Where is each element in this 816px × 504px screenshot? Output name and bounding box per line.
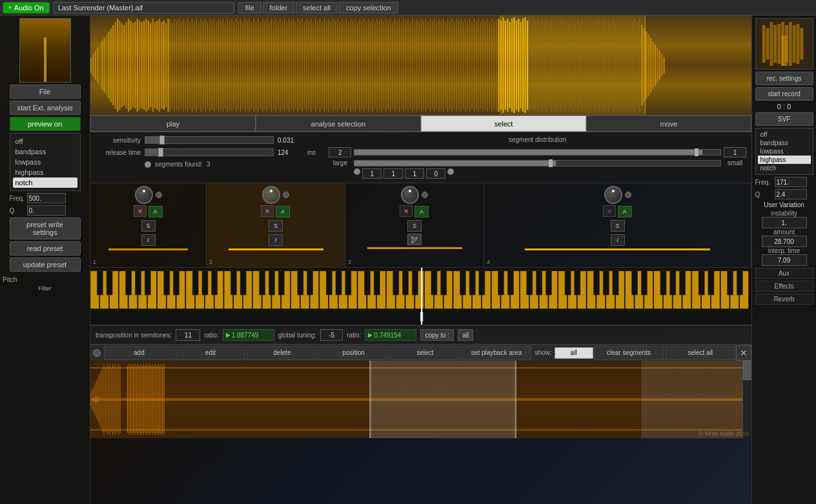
svg-rect-430 — [155, 364, 156, 435]
seg3-a-button[interactable]: A — [414, 206, 429, 217]
seg2-knob[interactable] — [262, 186, 280, 204]
effects-button[interactable]: Effects — [755, 281, 813, 292]
svf-button[interactable]: SVF — [755, 112, 813, 126]
filter-highpass[interactable]: highpass — [13, 167, 77, 177]
seg3-knob-small[interactable] — [422, 192, 428, 198]
seg4-knob[interactable] — [604, 186, 622, 204]
svg-rect-260 — [639, 19, 640, 112]
amount-input[interactable] — [762, 236, 807, 247]
start-record-button[interactable]: start record — [755, 87, 813, 101]
show-input[interactable] — [555, 347, 593, 359]
seg2-x-button[interactable]: ✕ — [261, 205, 274, 217]
seg-num-2[interactable] — [383, 168, 403, 179]
right-filter-off[interactable]: off — [758, 130, 811, 139]
right-freq-input[interactable] — [775, 177, 807, 187]
seg4-a-button[interactable]: A — [618, 206, 632, 217]
seg1-a-button[interactable]: A — [148, 206, 163, 217]
seg2-i-button[interactable]: I — [269, 234, 283, 246]
rec-settings-button[interactable]: rec. settings — [755, 72, 813, 85]
clear-segments-button[interactable]: clear segments — [594, 346, 664, 360]
filter-notch[interactable]: notch — [13, 177, 77, 188]
release-slider[interactable] — [145, 148, 274, 156]
analyse-selection-button[interactable]: analyse selection — [256, 116, 421, 132]
seg1-knob-small[interactable] — [156, 192, 162, 198]
filter-bandpass[interactable]: bandpass — [13, 146, 77, 157]
seg-num-4[interactable] — [426, 168, 445, 179]
delete-button[interactable]: delete — [247, 346, 317, 360]
svg-rect-215 — [540, 22, 540, 108]
ratio-display: ▶ 1.887749 — [223, 329, 274, 341]
preview-button[interactable]: preview on — [10, 117, 81, 131]
folder-button[interactable]: folder — [263, 2, 295, 14]
close-bottom-button[interactable]: ✕ — [736, 345, 751, 361]
seg3-s-button[interactable]: S — [407, 220, 422, 232]
seg-num-1[interactable] — [362, 168, 382, 179]
all-button[interactable]: all — [458, 329, 473, 341]
file-button[interactable]: File — [10, 85, 81, 99]
right-filter-bandpass[interactable]: bandpass — [758, 139, 811, 147]
audio-on-button[interactable]: Audio On — [3, 2, 50, 14]
seg-small-input[interactable] — [724, 147, 746, 157]
interp-time-input[interactable] — [762, 254, 807, 266]
read-preset-button[interactable]: read preset — [10, 241, 81, 256]
q-input[interactable] — [27, 205, 66, 216]
seg4-s-button[interactable]: S — [611, 220, 625, 232]
move-button[interactable]: move — [586, 116, 751, 132]
svg-rect-61 — [170, 19, 170, 112]
seg1-x-button[interactable]: ✕ — [134, 205, 147, 217]
svg-rect-0 — [90, 57, 92, 74]
ratio-label: ratio: — [204, 332, 218, 339]
update-preset-button[interactable]: update preset — [10, 257, 81, 272]
copy-to-button[interactable]: copy to : — [420, 329, 454, 341]
file-button[interactable]: file — [238, 2, 261, 14]
select-all-bottom-button[interactable]: select all — [665, 346, 735, 360]
instability-input[interactable] — [762, 217, 807, 228]
select-segments-button[interactable]: select — [390, 346, 460, 360]
seg-bar-1[interactable] — [354, 149, 721, 156]
svg-rect-174 — [419, 22, 420, 108]
svg-rect-43 — [513, 17, 515, 113]
scrollbar-thumb[interactable] — [743, 361, 751, 380]
reverb-button[interactable]: Reverb — [755, 294, 813, 305]
aux-button[interactable]: Aux — [755, 268, 813, 279]
seg3-bird-icon[interactable]: 🕊 — [407, 234, 422, 245]
seg-bar-2[interactable] — [354, 160, 721, 166]
seg2-knob-small[interactable] — [283, 192, 289, 198]
add-button[interactable]: add — [104, 346, 174, 360]
seg2-a-button[interactable]: A — [276, 206, 290, 217]
bottom-scrollbar[interactable] — [742, 361, 751, 438]
seg3-x-button[interactable]: ✕ — [400, 205, 413, 217]
preset-write-button[interactable]: preset write settings — [10, 217, 81, 239]
right-q-input[interactable] — [775, 189, 807, 199]
svg-rect-24 — [143, 21, 145, 110]
seg1-s-button[interactable]: S — [141, 220, 156, 232]
transposition-input[interactable] — [176, 329, 200, 341]
global-tuning-input[interactable] — [320, 329, 343, 341]
right-filter-lowpass[interactable]: lowpass — [758, 147, 811, 156]
svg-rect-12 — [117, 19, 118, 112]
edit-button[interactable]: edit — [176, 346, 246, 360]
seg4-i-button[interactable]: I — [611, 234, 625, 246]
seg1-i-button[interactable]: I — [141, 234, 156, 246]
freq-input[interactable] — [27, 193, 66, 203]
play-button[interactable]: play — [90, 116, 256, 132]
right-filter-highpass[interactable]: highpass — [758, 156, 811, 164]
seg-num-3[interactable] — [405, 168, 424, 179]
right-filter-notch[interactable]: notch — [758, 164, 811, 172]
select-all-button[interactable]: select all — [296, 2, 338, 14]
svg-rect-436 — [164, 364, 165, 435]
seg3-knob[interactable] — [401, 186, 419, 204]
position-button[interactable]: position — [318, 346, 389, 360]
seg2-s-button[interactable]: S — [269, 220, 283, 232]
filter-lowpass[interactable]: lowpass — [13, 157, 77, 167]
seg1-knob[interactable] — [135, 186, 153, 204]
start-ext-analysis-button[interactable]: start Ext. analysis — [10, 101, 81, 115]
seg4-x-button[interactable]: ✕ — [603, 205, 616, 217]
set-playback-button[interactable]: set playback area — [462, 346, 532, 360]
copy-selection-button[interactable]: copy selection — [339, 2, 398, 14]
filter-off[interactable]: off — [13, 136, 77, 146]
select-button[interactable]: select — [421, 116, 586, 132]
sensitivity-slider[interactable] — [145, 136, 274, 144]
seg4-knob-small[interactable] — [625, 192, 631, 198]
seg-large-input[interactable] — [329, 147, 351, 157]
